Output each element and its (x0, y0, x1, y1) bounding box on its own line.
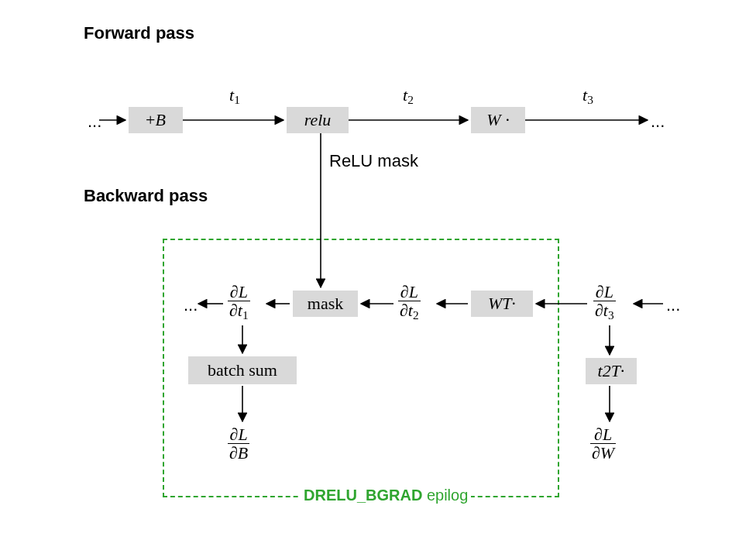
label-t3: t3 (582, 85, 593, 107)
label-dL-dt3: ∂L ∂t3 (593, 282, 616, 322)
box-WT-dot: · (512, 294, 517, 314)
label-t2-sub: 2 (407, 93, 414, 106)
box-t2T-dot: · (620, 361, 625, 381)
heading-forward: Forward pass (84, 23, 194, 43)
dL-dt1-num: ∂L (229, 283, 249, 301)
box-WT-mul: WT · (471, 291, 533, 317)
box-t2T-mul: t2T · (586, 358, 637, 384)
box-W-mul: W · (471, 107, 525, 133)
box-relu: relu (287, 107, 349, 133)
dL-dt1-den-sub: 1 (242, 308, 249, 322)
dL-dt3-den-sub: 3 (608, 308, 614, 322)
label-t2: t2 (403, 85, 414, 107)
dL-dt3-den-var: ∂t (595, 301, 608, 320)
dL-dt2-den-var: ∂t (400, 301, 413, 320)
dL-dW-num: ∂L (593, 425, 613, 443)
diagram-canvas: Forward pass Backward pass ... +B /* noo… (0, 0, 756, 540)
box-t2T-sup: T (611, 361, 620, 381)
box-batch-sum: batch sum (188, 356, 297, 384)
dL-dW-den: ∂W (590, 443, 616, 462)
label-relu-mask: ReLU mask (329, 151, 418, 171)
epilog-label: DRELU_BGRAD epilog (301, 487, 471, 504)
dL-dt1-den-var: ∂t (229, 301, 242, 320)
label-t3-sub: 3 (587, 93, 593, 106)
dL-dt2-den-sub: 2 (413, 308, 419, 322)
box-WT-base: W (488, 294, 502, 314)
box-mask: mask (293, 291, 358, 317)
label-dL-dW: ∂L ∂W (590, 425, 616, 462)
box-bias-add: +B (129, 107, 183, 133)
forward-ellipsis-left: ... (88, 112, 101, 132)
dL-dt2-num: ∂L (399, 283, 420, 301)
box-W-mul-text: W · (486, 110, 509, 130)
dL-dB-den: ∂B (228, 443, 249, 462)
forward-ellipsis-right: ... (651, 112, 665, 132)
label-dL-dt1: ∂L ∂t1 (228, 282, 250, 322)
dL-dt3-num: ∂L (594, 283, 615, 301)
epilog-label-strong: DRELU_BGRAD (304, 487, 422, 504)
label-dL-dt2: ∂L ∂t2 (398, 282, 421, 322)
epilog-label-tail: epilog (422, 487, 468, 504)
dL-dB-num: ∂L (229, 425, 249, 443)
box-WT-sup: T (502, 294, 511, 314)
label-dL-dB: ∂L ∂B (228, 425, 249, 462)
heading-backward: Backward pass (84, 186, 208, 206)
box-t2T-sub: 2 (603, 361, 611, 381)
backward-ellipsis-left: ... (184, 295, 198, 315)
backward-ellipsis-right: ... (666, 295, 680, 315)
label-t1-sub: 1 (234, 93, 240, 106)
label-t1: t1 (229, 85, 240, 107)
